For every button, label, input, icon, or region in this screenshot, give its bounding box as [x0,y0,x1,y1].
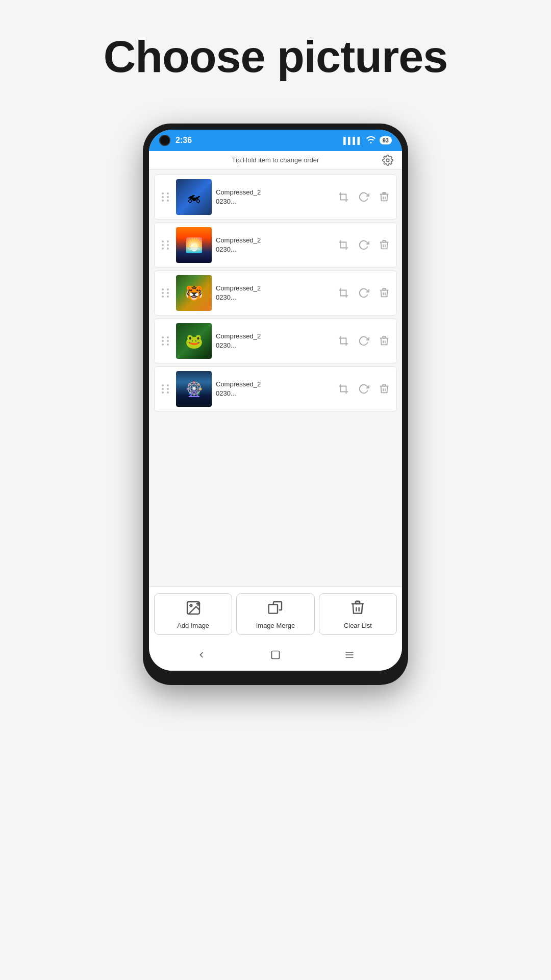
wifi-icon [366,136,375,145]
phone-screen: 2:36 ▌▌▌▌ 93 Tip:Hold item to change [149,130,402,671]
drag-handle-2[interactable] [160,238,172,252]
settings-icon[interactable] [381,153,395,167]
item-actions-1 [336,190,391,204]
list-item: Compre­ssed_20230... [154,223,397,267]
bottom-section: Add Image Image Merge [149,586,402,641]
rotate-icon-1[interactable] [357,190,371,204]
delete-icon-5[interactable] [377,382,391,396]
list-item: Compre­ssed_20230... [154,175,397,219]
drag-handle-4[interactable] [160,334,172,348]
item-name-3: Compre­ssed_20230... [216,284,332,302]
list-item: Compre­ssed_20230... [154,318,397,363]
battery-badge: 93 [380,136,392,144]
svg-rect-3 [383,240,386,242]
delete-icon-1[interactable] [377,190,391,204]
page-title: Choose pictures [104,31,447,83]
thumbnail-1 [176,179,212,215]
list-item: Compre­ssed_20230... [154,271,397,315]
item-name-1: Compre­ssed_20230... [216,188,332,206]
add-image-label: Add Image [177,622,209,629]
signal-icon: ▌▌▌▌ [343,137,362,144]
rotate-icon-3[interactable] [357,286,371,300]
svg-point-0 [386,159,389,162]
svg-rect-16 [271,651,279,659]
svg-rect-5 [383,336,386,338]
item-actions-5 [336,382,391,396]
svg-rect-11 [269,604,278,613]
drag-handle-1[interactable] [160,190,172,204]
status-left: 2:36 [159,135,192,146]
delete-icon-3[interactable] [377,286,391,300]
add-image-button[interactable]: Add Image [154,593,232,635]
item-actions-4 [336,334,391,348]
image-merge-button[interactable]: Image Merge [236,593,314,635]
list-item: Compre­ssed_20230... [154,366,397,411]
thumbnail-4 [176,323,212,359]
rotate-icon-5[interactable] [357,382,371,396]
menu-button[interactable] [341,646,358,664]
svg-rect-6 [383,384,386,386]
crop-icon-3[interactable] [336,286,350,300]
item-name-5: Compre­ssed_20230... [216,380,332,398]
clear-list-icon [349,600,366,619]
crop-icon-5[interactable] [336,382,350,396]
item-name-2: Compre­ssed_20230... [216,236,332,254]
drag-handle-3[interactable] [160,286,172,300]
status-bar: 2:36 ▌▌▌▌ 93 [149,130,402,151]
add-image-icon [185,600,202,619]
status-right: ▌▌▌▌ 93 [343,136,392,145]
crop-icon-4[interactable] [336,334,350,348]
image-merge-icon [267,600,284,619]
tip-text: Tip:Hold item to change order [232,156,319,164]
rotate-icon-2[interactable] [357,238,371,252]
back-button[interactable] [193,646,210,664]
image-list: Compre­ssed_20230... [149,169,402,586]
delete-icon-2[interactable] [377,238,391,252]
thumbnail-3 [176,275,212,311]
image-merge-label: Image Merge [256,622,295,629]
thumbnail-5 [176,371,212,407]
clear-list-button[interactable]: Clear List [319,593,397,635]
rotate-icon-4[interactable] [357,334,371,348]
crop-icon-1[interactable] [336,190,350,204]
drag-handle-5[interactable] [160,382,172,396]
svg-point-8 [190,604,192,606]
item-actions-2 [336,238,391,252]
camera-dot [159,135,170,146]
item-name-4: Compre­ssed_20230... [216,332,332,350]
phone-shell: 2:36 ▌▌▌▌ 93 Tip:Hold item to change [143,124,408,685]
thumbnail-2 [176,227,212,263]
delete-icon-4[interactable] [377,334,391,348]
crop-icon-2[interactable] [336,238,350,252]
item-actions-3 [336,286,391,300]
svg-rect-4 [383,288,386,290]
tip-bar: Tip:Hold item to change order [149,151,402,169]
clear-list-label: Clear List [344,622,372,629]
page-container: Choose pictures 2:36 ▌▌▌▌ 93 [0,0,551,980]
status-time: 2:36 [176,136,192,145]
home-button[interactable] [267,646,284,664]
nav-bar [149,641,402,671]
